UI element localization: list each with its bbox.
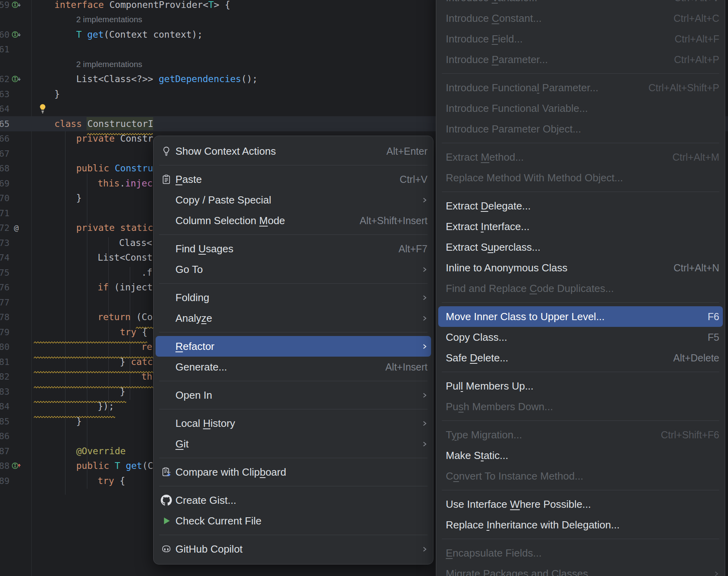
menu-item-introduce-variable[interactable]: Introduce Variable...Ctrl+Alt+V: [438, 0, 723, 8]
line-number: 88: [0, 461, 10, 471]
paste-icon: [160, 173, 172, 185]
code-token: }: [120, 386, 125, 397]
line-number: 71: [0, 208, 10, 218]
menu-item-label: Introduce Parameter Object...: [446, 123, 581, 135]
menu-item-encapsulate-fields[interactable]: Encapsulate Fields...: [438, 543, 723, 563]
menu-item-shortcut: Ctrl+Alt+C: [674, 13, 719, 24]
code-token: try: [98, 476, 119, 486]
implemented-icon[interactable]: I: [11, 0, 21, 10]
line-number: 86: [0, 431, 10, 441]
menu-separator: [159, 234, 428, 235]
menu-item-inline-to-anonymous-class[interactable]: Inline to Anonymous ClassCtrl+Alt+N: [438, 257, 723, 278]
code-token: {: [142, 327, 147, 337]
menu-item-shortcut: Ctrl+Alt+N: [674, 262, 719, 274]
menu-item-folding[interactable]: Folding: [156, 287, 431, 308]
menu-item-push-members-down[interactable]: Push Members Down...: [438, 396, 723, 417]
menu-item-migrate-packages-and-classes[interactable]: Migrate Packages and Classes: [438, 563, 723, 576]
menu-item-label: Create Gist...: [175, 494, 236, 507]
submenu-chevron-icon: [422, 344, 428, 349]
menu-item-label: Type Migration...: [446, 429, 522, 441]
intention-bulb-icon[interactable]: [38, 104, 47, 114]
menu-item-label: Replace Method With Method Object...: [446, 172, 623, 184]
menu-icon-slot: [160, 215, 172, 227]
line-number: 85: [0, 416, 10, 426]
overridden-icon[interactable]: I: [11, 461, 21, 471]
editor-context-menu: Show Context ActionsAlt+EnterPasteCtrl+V…: [153, 136, 433, 564]
menu-item-label: Git: [175, 438, 189, 450]
menu-item-label: Introduce Field...: [446, 33, 523, 45]
line-number: 73: [0, 238, 10, 248]
menu-item-introduce-parameter-object[interactable]: Introduce Parameter Object...: [438, 119, 723, 139]
menu-item-github-copilot[interactable]: GitHub Copilot: [156, 539, 431, 559]
menu-icon-slot: [160, 417, 172, 429]
menu-item-move-inner-class-to-upper-level[interactable]: Move Inner Class to Upper Level...F6: [438, 306, 723, 327]
menu-item-shortcut: F6: [708, 311, 719, 323]
menu-item-label: Compare with Clipboard: [175, 466, 286, 478]
line-number: 66: [0, 134, 10, 144]
menu-item-label: Push Members Down...: [446, 401, 553, 413]
menu-item-introduce-functional-parameter[interactable]: Introduce Functional Parameter...Ctrl+Al…: [438, 77, 723, 98]
line-number: 74: [0, 253, 10, 263]
menu-item-extract-delegate[interactable]: Extract Delegate...: [438, 196, 723, 216]
code-token: injec: [125, 178, 152, 188]
code-token: class: [54, 119, 87, 129]
menu-item-refactor[interactable]: Refactor: [156, 336, 431, 357]
menu-item-extract-superclass[interactable]: Extract Superclass...: [438, 237, 723, 257]
menu-icon-slot: [160, 292, 172, 303]
menu-item-analyze[interactable]: Analyze: [156, 308, 431, 328]
menu-item-label: Extract Method...: [446, 151, 524, 163]
menu-item-git[interactable]: Git: [156, 434, 431, 454]
menu-item-copy-class[interactable]: Copy Class...F5: [438, 327, 723, 348]
inlay-hint[interactable]: 2 implementations: [76, 60, 142, 69]
implemented-icon[interactable]: I: [11, 29, 21, 40]
menu-item-label: Open In: [175, 389, 212, 401]
menu-item-create-gist[interactable]: Create Gist...: [156, 490, 431, 511]
menu-item-open-in[interactable]: Open In: [156, 385, 431, 405]
menu-item-replace-inheritance-with-delegation[interactable]: Replace Inheritance with Delegation...: [438, 515, 723, 535]
line-number: 69: [0, 178, 10, 188]
menu-item-shortcut: Ctrl+Alt+Shift+P: [648, 82, 719, 94]
menu-item-introduce-field[interactable]: Introduce Field...Ctrl+Alt+F: [438, 29, 723, 49]
code-token: th: [141, 371, 152, 382]
menu-item-shortcut: Ctrl+Alt+P: [674, 54, 719, 65]
menu-separator: [159, 486, 428, 486]
menu-item-paste[interactable]: PasteCtrl+V: [156, 169, 431, 190]
menu-item-label: Introduce Constant...: [446, 12, 541, 25]
menu-item-find-usages[interactable]: Find UsagesAlt+F7: [156, 238, 431, 259]
menu-item-show-context-actions[interactable]: Show Context ActionsAlt+Enter: [156, 141, 431, 161]
inlay-hint[interactable]: 2 implementations: [76, 15, 142, 24]
code-token: return: [98, 312, 136, 322]
code-token: this: [98, 178, 119, 188]
menu-item-find-and-replace-code-duplicates[interactable]: Find and Replace Code Duplicates...: [438, 278, 723, 299]
menu-item-copy-paste-special[interactable]: Copy / Paste Special: [156, 190, 431, 210]
menu-item-check-current-file[interactable]: Check Current File: [156, 511, 431, 531]
menu-item-generate[interactable]: Generate...Alt+Insert: [156, 357, 431, 377]
menu-item-compare-with-clipboard[interactable]: Compare with Clipboard: [156, 462, 431, 482]
menu-item-label: Make Static...: [446, 449, 508, 462]
menu-icon-slot: [160, 263, 172, 275]
code-token: @Override: [76, 446, 126, 456]
menu-icon-slot: [160, 312, 172, 324]
menu-item-pull-members-up[interactable]: Pull Members Up...: [438, 376, 723, 396]
code-token: T: [76, 29, 82, 40]
menu-item-type-migration[interactable]: Type Migration...Ctrl+Shift+F6: [438, 424, 723, 445]
menu-item-convert-to-instance-method[interactable]: Convert To Instance Method...: [438, 466, 723, 486]
menu-item-use-interface-where-possible[interactable]: Use Interface Where Possible...: [438, 494, 723, 515]
menu-item-extract-method[interactable]: Extract Method...Ctrl+Alt+M: [438, 147, 723, 167]
menu-item-introduce-functional-variable[interactable]: Introduce Functional Variable...: [438, 98, 723, 119]
menu-item-replace-method-with-method-object[interactable]: Replace Method With Method Object...: [438, 167, 723, 188]
menu-item-label: Check Current File: [175, 515, 262, 527]
menu-item-introduce-parameter[interactable]: Introduce Parameter...Ctrl+Alt+P: [438, 49, 723, 70]
menu-separator: [442, 490, 719, 490]
menu-item-introduce-constant[interactable]: Introduce Constant...Ctrl+Alt+C: [438, 8, 723, 29]
menu-item-label: Safe Delete...: [446, 352, 508, 364]
menu-item-label: Encapsulate Fields...: [446, 547, 541, 559]
menu-item-make-static[interactable]: Make Static...: [438, 445, 723, 466]
menu-item-go-to[interactable]: Go To: [156, 259, 431, 280]
code-token: private static: [76, 223, 153, 233]
menu-item-column-selection-mode[interactable]: Column Selection ModeAlt+Shift+Insert: [156, 210, 431, 231]
menu-item-safe-delete[interactable]: Safe Delete...Alt+Delete: [438, 348, 723, 368]
implemented-icon[interactable]: I: [11, 74, 21, 84]
menu-item-extract-interface[interactable]: Extract Interface...: [438, 216, 723, 237]
menu-item-local-history[interactable]: Local History: [156, 413, 431, 434]
